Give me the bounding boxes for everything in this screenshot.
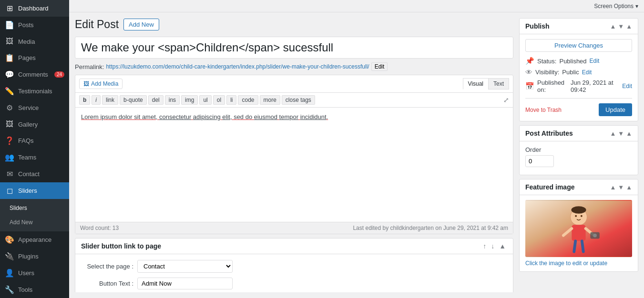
slider-collapse-up-button[interactable]: ↑: [481, 242, 488, 250]
svg-line-7: [582, 241, 583, 251]
slider-section: Slider button link to page ↑ ↓ ▲ Select …: [75, 238, 513, 292]
add-new-button[interactable]: Add New: [123, 19, 159, 30]
post-attributes-header: Post Attributes ▲ ▼ ▲: [520, 126, 638, 141]
sidebar-item-tools[interactable]: 🔧 Tools: [0, 281, 69, 298]
testimonials-icon: ✏️: [5, 87, 14, 96]
visibility-edit-link[interactable]: Edit: [582, 69, 592, 76]
sidebar-item-comments[interactable]: 💬 Comments 24: [0, 66, 69, 83]
sidebar-item-testimonials[interactable]: ✏️ Testimonials: [0, 83, 69, 99]
post-attr-down-button[interactable]: ▼: [618, 130, 624, 137]
editor-text: Lorem ipsum dolor sit amet, consectetur …: [81, 113, 328, 120]
visibility-label: Visibility:: [535, 69, 559, 76]
comments-icon: 💬: [5, 70, 14, 79]
sidebar-item-label: Gallery: [18, 121, 38, 128]
sidebar-item-sliders[interactable]: ◻ Sliders: [0, 182, 69, 199]
fmt-btn-ins[interactable]: ins: [165, 95, 180, 105]
slider-page-select-row: Select the page : Contact Home About Ser…: [81, 260, 507, 273]
fmt-btn-del[interactable]: del: [148, 95, 164, 105]
featured-image-caption[interactable]: Click the image to edit or update: [525, 260, 632, 267]
add-media-button[interactable]: 🖼 Add Media: [79, 79, 123, 89]
slider-section-controls: ↑ ↓ ▲: [481, 242, 507, 250]
editor-tabs: Visual Text: [463, 78, 509, 89]
post-attributes-controls: ▲ ▼ ▲: [610, 130, 632, 137]
featured-img-down-button[interactable]: ▼: [618, 184, 624, 191]
status-label: Status:: [537, 58, 556, 65]
featured-img-expand-button[interactable]: ▲: [626, 184, 632, 191]
post-attributes-box: Post Attributes ▲ ▼ ▲ Order: [519, 125, 638, 175]
publish-collapse-up-button[interactable]: ▲: [610, 23, 616, 30]
sidebar-item-dashboard[interactable]: ⊞ Dashboard: [0, 0, 69, 17]
featured-image-title: Featured image: [525, 183, 574, 191]
contact-icon: ✉: [5, 169, 14, 179]
published-edit-link[interactable]: Edit: [622, 83, 632, 89]
tab-text[interactable]: Text: [488, 78, 509, 89]
slider-expand-button[interactable]: ▲: [498, 242, 507, 250]
tab-visual[interactable]: Visual: [463, 78, 488, 89]
slider-section-header: Slider button link to page ↑ ↓ ▲: [75, 238, 513, 254]
sidebar-item-pages[interactable]: 📋 Pages: [0, 50, 69, 66]
post-title-input[interactable]: [75, 37, 513, 59]
fmt-btn-code[interactable]: code: [238, 95, 258, 105]
permalink-label: Permalink:: [75, 63, 104, 70]
sidebar-item-teams[interactable]: 👥 Teams: [0, 149, 69, 166]
sidebar-item-faqs[interactable]: ❓ FAQs: [0, 132, 69, 149]
fmt-btn-li[interactable]: li: [226, 95, 236, 105]
sidebar-item-appearance[interactable]: 🎨 Appearance: [0, 231, 69, 248]
permalink-edit-button[interactable]: Edit: [371, 62, 388, 71]
slider-collapse-down-button[interactable]: ↓: [490, 242, 496, 250]
slider-button-text-input[interactable]: [137, 278, 233, 289]
post-attr-up-button[interactable]: ▲: [610, 130, 616, 137]
featured-image-body: Click the image to edit or update: [520, 195, 638, 271]
post-attributes-title: Post Attributes: [525, 129, 573, 137]
featured-img-up-button[interactable]: ▲: [610, 184, 616, 191]
sidebar-item-label: Service: [18, 104, 39, 111]
sidebar-item-contact[interactable]: ✉ Contact: [0, 166, 69, 182]
fmt-btn-close-tags[interactable]: close tags: [282, 95, 315, 105]
dashboard-icon: ⊞: [5, 4, 14, 13]
sidebar-item-label: Sliders: [18, 187, 37, 194]
sidebar-item-plugins[interactable]: 🔌 Plugins: [0, 248, 69, 265]
sidebar-item-users[interactable]: 👤 Users: [0, 265, 69, 281]
publish-expand-button[interactable]: ▲: [626, 23, 632, 30]
editor-buttons-row: b i link b-quote del ins img ul ol li co…: [75, 93, 513, 108]
publish-collapse-down-button[interactable]: ▼: [618, 23, 624, 30]
sidebar-item-media[interactable]: 🖼 Media: [0, 33, 69, 50]
featured-image-box: Featured image ▲ ▼ ▲: [519, 179, 638, 272]
post-attributes-body: Order: [520, 141, 638, 175]
order-input[interactable]: [525, 155, 554, 167]
editor-box: 🖼 Add Media Visual Text b i link b-quote…: [75, 75, 513, 234]
publish-box-body: Preview Changes 📌 Status: Published Edit…: [520, 34, 638, 121]
fmt-btn-link[interactable]: link: [102, 95, 118, 105]
permalink-row: Permalink: https://luzukdemo.com/demo/ch…: [75, 62, 513, 71]
update-button[interactable]: Update: [599, 103, 632, 116]
fmt-btn-i[interactable]: i: [92, 95, 101, 105]
status-value: Published: [559, 58, 586, 65]
status-edit-link[interactable]: Edit: [590, 58, 600, 64]
move-trash-link[interactable]: Move to Trash: [525, 107, 562, 113]
slider-page-select[interactable]: Contact Home About Services Gallery FAQs…: [137, 260, 233, 273]
teams-icon: 👥: [5, 153, 14, 162]
permalink-link[interactable]: https://luzukdemo.com/demo/child-care-ki…: [106, 63, 369, 70]
fmt-btn-bquote[interactable]: b-quote: [120, 95, 147, 105]
editor-toolbar-top: 🖼 Add Media Visual Text: [75, 75, 513, 93]
expand-editor-button[interactable]: ⤢: [503, 96, 509, 104]
sidebar-item-service[interactable]: ⚙ Service: [0, 99, 69, 116]
fmt-btn-more[interactable]: more: [260, 95, 280, 105]
page-title: Edit Post: [75, 18, 119, 31]
fmt-btn-b[interactable]: b: [79, 95, 90, 105]
fmt-btn-ol[interactable]: ol: [213, 95, 225, 105]
screen-options-button[interactable]: Screen Options ▾: [594, 3, 638, 10]
sidebar-item-gallery[interactable]: 🖼 Gallery: [0, 116, 69, 132]
page-title-row: Edit Post Add New: [75, 18, 513, 31]
editor-content[interactable]: Lorem ipsum dolor sit amet, consectetur …: [75, 108, 513, 222]
sidebar-item-label: Users: [18, 269, 34, 277]
preview-changes-button[interactable]: Preview Changes: [525, 39, 632, 52]
sidebar-item-posts[interactable]: 📄 Posts: [0, 17, 69, 33]
sidebar-subitem-sliders[interactable]: Sliders: [0, 201, 69, 215]
svg-point-11: [581, 215, 583, 217]
featured-image-thumbnail[interactable]: [525, 200, 632, 257]
fmt-btn-img[interactable]: img: [181, 95, 198, 105]
post-attr-expand-button[interactable]: ▲: [626, 130, 632, 137]
fmt-btn-ul[interactable]: ul: [199, 95, 211, 105]
sidebar-subitem-add-new[interactable]: Add New: [0, 215, 69, 229]
